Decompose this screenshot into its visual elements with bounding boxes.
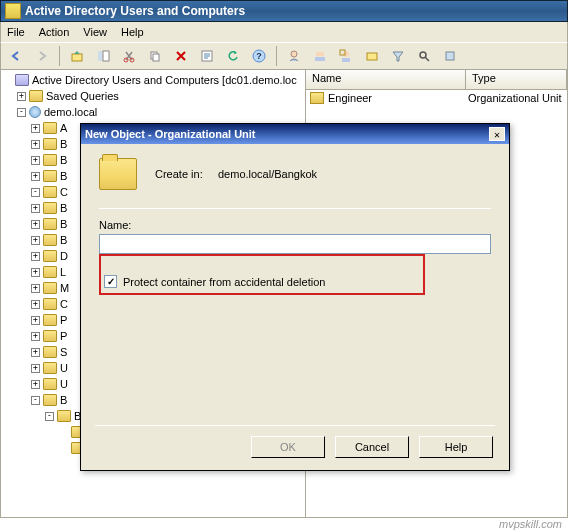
filter-button[interactable]	[387, 45, 409, 67]
folder-icon	[43, 202, 57, 214]
protect-checkbox[interactable]: ✓	[104, 275, 117, 288]
folder-icon	[29, 90, 43, 102]
find-button[interactable]	[361, 45, 383, 67]
svg-point-10	[291, 51, 297, 57]
copy-button[interactable]	[144, 45, 166, 67]
expand-icon[interactable]: +	[31, 236, 40, 245]
folder-icon	[43, 314, 57, 326]
svg-rect-1	[98, 51, 102, 61]
expand-icon[interactable]: +	[31, 204, 40, 213]
name-input[interactable]	[99, 234, 491, 254]
new-user-button[interactable]	[283, 45, 305, 67]
highlight-annotation: ✓ Protect container from accidental dele…	[99, 254, 425, 295]
app-title: Active Directory Users and Computers	[25, 4, 245, 18]
new-group-button[interactable]	[309, 45, 331, 67]
close-button[interactable]: ✕	[489, 127, 505, 141]
folder-icon	[43, 346, 57, 358]
folder-icon	[43, 298, 57, 310]
folder-icon	[43, 378, 57, 390]
ok-button[interactable]: OK	[251, 436, 325, 458]
forward-button[interactable]	[31, 45, 53, 67]
expand-icon[interactable]: +	[31, 284, 40, 293]
expand-icon[interactable]: +	[31, 124, 40, 133]
help-button[interactable]: ?	[248, 45, 270, 67]
folder-icon	[43, 234, 57, 246]
row-name: Engineer	[328, 92, 468, 104]
toolbar: ?	[0, 42, 568, 70]
expand-icon[interactable]: +	[31, 156, 40, 165]
expand-icon[interactable]: +	[31, 140, 40, 149]
expand-icon[interactable]: +	[31, 252, 40, 261]
expand-icon[interactable]: +	[31, 172, 40, 181]
menu-action[interactable]: Action	[39, 26, 70, 38]
expand-icon[interactable]: +	[31, 364, 40, 373]
ou-icon	[310, 92, 324, 104]
expand-icon[interactable]: +	[31, 220, 40, 229]
search-button[interactable]	[413, 45, 435, 67]
tree-root[interactable]: Active Directory Users and Computers [dc…	[1, 72, 305, 88]
col-name[interactable]: Name	[306, 70, 466, 89]
name-label: Name:	[99, 219, 491, 231]
protect-label: Protect container from accidental deleti…	[123, 276, 325, 288]
up-button[interactable]	[66, 45, 88, 67]
expand-icon[interactable]: -	[31, 188, 40, 197]
folder-icon	[99, 158, 137, 190]
col-type[interactable]: Type	[466, 70, 567, 89]
list-header: Name Type	[306, 70, 567, 90]
svg-rect-0	[72, 54, 82, 61]
folder-icon	[43, 154, 57, 166]
expand-icon[interactable]: +	[31, 316, 40, 325]
cancel-button[interactable]: Cancel	[335, 436, 409, 458]
create-in-path: demo.local/Bangkok	[218, 168, 317, 180]
dialog-titlebar: New Object - Organizational Unit ✕	[81, 124, 509, 144]
menubar: File Action View Help	[0, 22, 568, 42]
folder-icon	[43, 138, 57, 150]
tree-domain[interactable]: - demo.local	[1, 104, 305, 120]
folder-icon	[43, 250, 57, 262]
cut-button[interactable]	[118, 45, 140, 67]
properties-button[interactable]	[196, 45, 218, 67]
svg-point-18	[420, 52, 426, 58]
expand-icon[interactable]: -	[31, 396, 40, 405]
menu-file[interactable]: File	[7, 26, 25, 38]
folder-icon	[43, 330, 57, 342]
folder-icon	[43, 282, 57, 294]
collapse-icon[interactable]: -	[45, 412, 54, 421]
svg-point-12	[320, 52, 325, 57]
svg-rect-6	[153, 54, 159, 61]
list-row[interactable]: Engineer Organizational Unit	[306, 90, 567, 106]
svg-rect-15	[342, 58, 350, 62]
app-titlebar: Active Directory Users and Computers	[0, 0, 568, 22]
menu-help[interactable]: Help	[121, 26, 144, 38]
expand-icon[interactable]: +	[17, 92, 26, 101]
show-tree-button[interactable]	[92, 45, 114, 67]
folder-icon	[43, 218, 57, 230]
row-type: Organizational Unit	[468, 92, 562, 104]
new-ou-button[interactable]	[335, 45, 357, 67]
folder-icon	[43, 394, 57, 406]
folder-icon	[57, 410, 71, 422]
delete-button[interactable]	[170, 45, 192, 67]
expand-icon[interactable]: +	[31, 268, 40, 277]
folder-icon	[43, 186, 57, 198]
add-domain-button[interactable]	[439, 45, 461, 67]
collapse-icon[interactable]: -	[17, 108, 26, 117]
expand-icon[interactable]: +	[31, 332, 40, 341]
svg-rect-13	[315, 57, 325, 61]
expand-icon[interactable]: +	[31, 348, 40, 357]
tree-saved-queries[interactable]: + Saved Queries	[1, 88, 305, 104]
menu-view[interactable]: View	[83, 26, 107, 38]
svg-rect-17	[367, 53, 377, 60]
create-in-label: Create in:	[155, 168, 203, 180]
expand-icon[interactable]: +	[31, 300, 40, 309]
app-icon	[5, 3, 21, 19]
expand-icon[interactable]: +	[31, 380, 40, 389]
svg-point-14	[343, 51, 349, 57]
folder-icon	[43, 122, 57, 134]
back-button[interactable]	[5, 45, 27, 67]
globe-icon	[29, 106, 41, 118]
refresh-button[interactable]	[222, 45, 244, 67]
folder-icon	[43, 362, 57, 374]
svg-rect-2	[103, 51, 109, 61]
help-button[interactable]: Help	[419, 436, 493, 458]
